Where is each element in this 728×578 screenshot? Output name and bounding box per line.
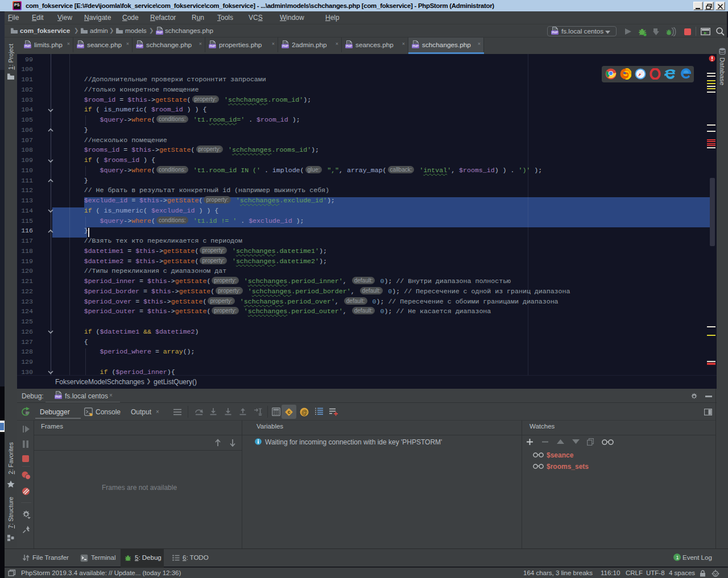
svg-text:PHP: PHP bbox=[412, 44, 419, 48]
svg-text:PHP: PHP bbox=[24, 44, 31, 48]
svg-text:PHP: PHP bbox=[282, 44, 288, 48]
svg-text:PHP: PHP bbox=[55, 395, 61, 398]
svg-text:c: c bbox=[288, 409, 291, 415]
svg-text:PHP: PHP bbox=[209, 44, 216, 48]
svg-text:PHP: PHP bbox=[136, 44, 143, 48]
svg-text:@: @ bbox=[301, 409, 307, 415]
svg-text:PHP: PHP bbox=[346, 44, 352, 48]
svg-text:PHP: PHP bbox=[552, 31, 558, 34]
svg-text:PHP: PHP bbox=[77, 44, 84, 48]
svg-text:PHP: PHP bbox=[156, 31, 163, 34]
